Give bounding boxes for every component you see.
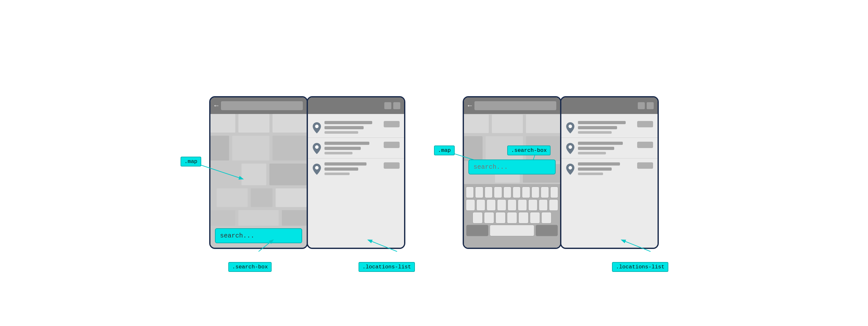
pin-icon [312, 143, 321, 154]
line [324, 121, 372, 124]
svg-point-32 [568, 125, 572, 128]
search-box-active-2[interactable] [468, 160, 556, 174]
key-shift[interactable] [466, 225, 489, 236]
svg-rect-9 [269, 164, 307, 185]
key[interactable] [550, 187, 558, 198]
svg-rect-23 [464, 115, 489, 133]
key[interactable] [528, 199, 537, 211]
keyboard-row [466, 199, 558, 211]
key[interactable] [485, 187, 493, 198]
key[interactable] [539, 199, 548, 211]
key[interactable] [503, 187, 512, 198]
diagram-group-1: ← [209, 96, 405, 249]
location-lines [324, 142, 380, 154]
location-btn[interactable] [384, 142, 400, 148]
search-input-2[interactable] [468, 160, 556, 174]
keyboard-row [466, 212, 558, 224]
location-lines [324, 162, 380, 175]
key[interactable] [495, 212, 506, 224]
phone-left-2: ← [463, 96, 561, 249]
svg-rect-7 [211, 164, 239, 185]
key[interactable] [475, 187, 483, 198]
locationslist-annotation-2: .locations-list [612, 262, 669, 272]
back-arrow-2: ← [468, 102, 472, 110]
phones-row-1: ← [209, 96, 405, 249]
key[interactable] [518, 212, 529, 224]
key[interactable] [494, 187, 502, 198]
icon-sq-3 [638, 102, 645, 109]
phone-right-1 [307, 96, 405, 249]
svg-rect-13 [211, 210, 235, 226]
key[interactable] [530, 212, 540, 224]
svg-point-17 [315, 145, 318, 149]
top-bar-right-2 [561, 97, 657, 114]
key[interactable] [531, 187, 539, 198]
line [324, 152, 352, 154]
pin-icon [566, 143, 575, 154]
pin-icon [312, 122, 321, 133]
pin-icon [566, 164, 575, 175]
key[interactable] [497, 199, 506, 211]
location-btn[interactable] [637, 142, 653, 148]
top-bar-placeholder-1 [221, 101, 303, 110]
map-annotation-2: .map [434, 145, 455, 155]
location-lines [578, 142, 634, 154]
key[interactable] [541, 187, 549, 198]
top-bar-left-1: ← [211, 97, 307, 114]
location-lines [324, 121, 380, 134]
key[interactable] [522, 187, 530, 198]
key-return[interactable] [535, 225, 558, 236]
search-input-1[interactable] [215, 228, 302, 243]
svg-point-16 [315, 125, 318, 128]
key[interactable] [484, 212, 494, 224]
icon-sq-1 [384, 102, 391, 109]
key[interactable] [541, 212, 552, 224]
svg-rect-26 [464, 136, 483, 161]
key[interactable] [472, 212, 483, 224]
svg-rect-8 [241, 164, 266, 185]
key[interactable] [487, 199, 496, 211]
key[interactable] [549, 199, 558, 211]
svg-rect-11 [251, 189, 273, 207]
svg-rect-4 [211, 136, 229, 160]
back-arrow-1: ← [214, 102, 218, 110]
keyboard-row [466, 187, 558, 198]
line [324, 167, 358, 171]
list-item [308, 117, 404, 138]
key[interactable] [466, 199, 475, 211]
line [578, 142, 623, 145]
svg-rect-5 [232, 136, 269, 160]
svg-rect-24 [492, 115, 523, 133]
icon-sq-2 [393, 102, 400, 109]
key[interactable] [513, 187, 521, 198]
phones-row-2: ← [463, 96, 659, 249]
line [324, 147, 361, 150]
line [578, 121, 626, 124]
top-bar-placeholder-2 [474, 101, 556, 110]
location-lines [578, 162, 634, 175]
key[interactable] [507, 199, 517, 211]
icon-sq-4 [647, 102, 654, 109]
key[interactable] [518, 199, 527, 211]
top-bar-icons-2 [638, 102, 654, 109]
key[interactable] [466, 187, 474, 198]
line [578, 126, 617, 129]
list-item [561, 159, 657, 179]
svg-rect-14 [239, 210, 279, 226]
keyboard-2 [464, 184, 560, 248]
key[interactable] [476, 199, 486, 211]
map-svg-1 [211, 114, 307, 247]
diagram-group-2: ← [463, 96, 659, 249]
location-btn[interactable] [384, 162, 400, 169]
svg-rect-25 [526, 115, 560, 133]
location-btn[interactable] [637, 121, 653, 127]
key-space[interactable] [490, 225, 534, 236]
location-btn[interactable] [637, 162, 653, 169]
key[interactable] [507, 212, 517, 224]
location-btn[interactable] [384, 121, 400, 127]
line [324, 172, 350, 175]
search-box-1[interactable] [215, 228, 302, 243]
svg-rect-10 [217, 189, 247, 207]
pin-icon [566, 122, 575, 133]
line [324, 162, 367, 166]
